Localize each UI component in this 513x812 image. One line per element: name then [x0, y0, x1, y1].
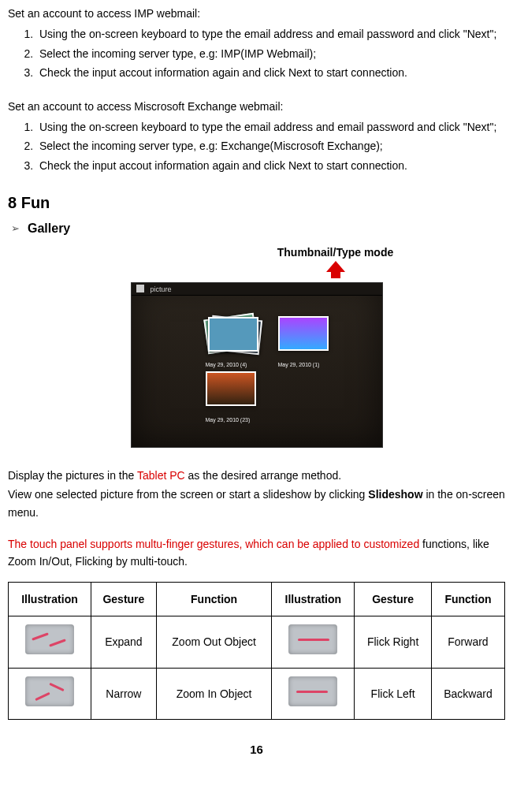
text: Display the pictures in the	[8, 469, 137, 482]
stack-caption: May 29, 2010 (1)	[278, 360, 341, 369]
thumbnail-mode-label: Thumbnail/Type mode	[277, 246, 394, 259]
illustration-cell	[272, 668, 355, 719]
gallery-subheading-row: ➢ Gallery	[8, 218, 505, 239]
touch-panel-paragraph: The touch panel supports multu-finger ge…	[8, 535, 505, 571]
gesture-cell: Flick Left	[355, 668, 432, 719]
screenshot-title: picture	[151, 284, 172, 295]
col-gesture: Gesture	[91, 582, 156, 616]
stack-caption: May 29, 2010 (23)	[206, 415, 269, 424]
exchange-step: Using the on-screen keyboard to type the…	[36, 118, 505, 136]
home-icon	[136, 285, 144, 292]
text: View one selected picture from the scree…	[8, 488, 368, 501]
slideshow-paragraph: View one selected picture from the scree…	[8, 486, 505, 521]
gesture-cell: Flick Right	[355, 616, 432, 668]
exchange-step: Check the input accout information again…	[36, 157, 505, 174]
function-cell: Zoom In Object	[156, 668, 272, 719]
expand-gesture-icon	[25, 624, 74, 654]
flick-left-gesture-icon	[288, 676, 337, 706]
gallery-screenshot: picture May 29, 2010 (4) May 29, 2010 (1…	[131, 282, 383, 448]
bullet-arrow-icon: ➢	[11, 221, 20, 237]
slideshow-bold: Slideshow	[368, 488, 422, 501]
imp-step: Select the incoming server type, e.g: IM…	[36, 45, 505, 62]
table-header-row: Illustration Gesture Function Illustrati…	[9, 582, 505, 616]
gesture-table: Illustration Gesture Function Illustrati…	[8, 582, 505, 720]
narrow-gesture-icon	[25, 676, 74, 706]
col-illustration: Illustration	[9, 582, 91, 616]
col-illustration: Illustration	[272, 582, 355, 616]
display-paragraph: Display the pictures in the Tablet PC as…	[8, 467, 505, 484]
fun-heading: 8 Fun	[8, 190, 505, 215]
gesture-cell: Narrow	[91, 668, 156, 719]
imp-steps: Using the on-screen keyboard to type the…	[8, 25, 505, 81]
imp-intro: Set an account to access IMP webmail:	[8, 5, 505, 22]
function-cell: Backward	[431, 668, 504, 719]
gesture-cell: Expand	[91, 616, 156, 668]
function-cell: Zoom Out Object	[156, 616, 272, 668]
table-row: Narrow Zoom In Object Flick Left Backwar…	[9, 668, 505, 719]
touch-panel-red: The touch panel supports multu-finger ge…	[8, 538, 419, 550]
illustration-cell	[9, 616, 91, 668]
screenshot-titlebar: picture	[132, 283, 382, 296]
exchange-step: Select the incoming server type, e.g: Ex…	[36, 137, 505, 155]
text: as the desired arrange method.	[185, 469, 341, 482]
table-row: Expand Zoom Out Object Flick Right Forwa…	[9, 616, 505, 668]
function-cell: Forward	[431, 616, 504, 668]
photo-stack: May 29, 2010 (23)	[206, 371, 261, 412]
col-gesture: Gesture	[355, 582, 432, 616]
page-number: 16	[8, 740, 505, 759]
imp-step: Check the input accout information again…	[36, 64, 505, 81]
imp-step: Using the on-screen keyboard to type the…	[36, 25, 505, 43]
up-arrow-icon	[326, 261, 345, 272]
illustration-cell	[272, 616, 355, 668]
photo-stack: May 29, 2010 (4)	[206, 316, 261, 357]
flick-right-gesture-icon	[288, 624, 337, 654]
gallery-subheading: Gallery	[28, 218, 70, 239]
exchange-intro: Set an account to access Miscrosoft Exch…	[8, 98, 505, 115]
photo-stack: May 29, 2010 (1)	[278, 316, 333, 357]
tablet-pc-text: Tablet PC	[137, 469, 185, 482]
stack-caption: May 29, 2010 (4)	[206, 360, 269, 369]
illustration-cell	[9, 668, 91, 719]
exchange-steps: Using the on-screen keyboard to type the…	[8, 118, 505, 174]
col-function: Function	[431, 582, 504, 616]
col-function: Function	[156, 582, 272, 616]
